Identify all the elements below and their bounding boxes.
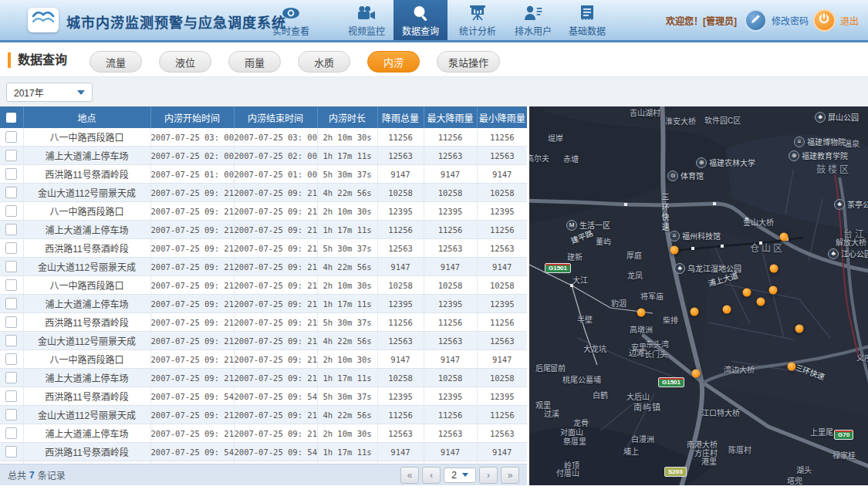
row-select-cell	[0, 202, 23, 221]
cell-value: 11256	[477, 221, 527, 239]
map-place-label: 义序跨	[856, 352, 868, 363]
prev-page-button[interactable]: ‹	[422, 467, 441, 484]
tab-water-quality[interactable]: 水质	[298, 51, 350, 73]
map-poi-label: 茶亭公园	[847, 198, 868, 210]
column-header: 内涝结束时间	[234, 106, 317, 128]
waterlogging-marker[interactable]	[795, 325, 804, 333]
year-select-value: 2017年	[14, 86, 44, 99]
cell-value: 12395	[377, 202, 424, 221]
table-row: 西洪路11号祭酒岭段2007-07-25 01: 002007-07-25 01…	[0, 165, 527, 184]
tab-pump[interactable]: 泵站操作	[437, 51, 500, 73]
cell-value: 9147	[477, 258, 527, 276]
tab-level[interactable]: 液位	[159, 51, 211, 73]
top-header-bar: 城市内涝监测预警与应急调度系统 实时查看视频监控数据查询统计分析排水用户基础数据…	[0, 0, 868, 42]
map-place-label: 桃尾	[562, 373, 578, 385]
cell-value: 2007-07-25 09: 21	[150, 239, 234, 258]
row-checkbox[interactable]	[5, 224, 17, 235]
nav-item-base-data[interactable]: 基础数据	[560, 0, 614, 40]
park-icon: ♣	[834, 199, 845, 210]
row-checkbox[interactable]	[5, 131, 17, 143]
cell-value: 12395	[377, 387, 424, 406]
waterlogging-marker[interactable]	[670, 246, 679, 255]
row-checkbox[interactable]	[5, 205, 17, 217]
waterlogging-marker[interactable]	[780, 233, 789, 241]
column-header: 内涝时长	[317, 106, 377, 128]
waterlogging-marker[interactable]	[770, 265, 778, 273]
cell-value: 2007-07-25 02: 00	[234, 147, 317, 165]
row-checkbox[interactable]	[5, 187, 17, 198]
nav-item-realtime[interactable]: 实时查看	[264, 0, 318, 40]
row-checkbox[interactable]	[5, 150, 17, 161]
tab-waterlogging[interactable]: 内涝	[367, 51, 420, 73]
year-select[interactable]: 2017年	[6, 83, 93, 102]
nav-item-label: 基础数据	[569, 24, 606, 37]
school-icon: ⊕	[696, 157, 707, 168]
waterlogging-marker[interactable]	[691, 308, 699, 316]
cell-value: 11256	[477, 128, 527, 147]
cell-value: 12563	[477, 424, 527, 443]
nav-item-stats[interactable]: 统计分析	[451, 0, 505, 40]
page-select-value: 2	[451, 470, 457, 481]
cell-value: 2h 10m 30s	[317, 424, 377, 443]
cell-value: 12563	[477, 239, 527, 258]
page-title: 数据查询	[8, 52, 67, 68]
cell-value: 12395	[424, 295, 477, 313]
row-checkbox[interactable]	[5, 261, 17, 272]
waterlogging-marker[interactable]	[637, 309, 646, 317]
cell-value: 5h 30m 37s	[317, 313, 377, 332]
nav-item-data-query[interactable]: 数据查询	[393, 0, 448, 40]
map-place-label: 后尾	[535, 362, 551, 373]
row-checkbox[interactable]	[5, 390, 17, 402]
map-poi-label: 江心公园	[841, 248, 868, 259]
row-checkbox[interactable]	[5, 372, 17, 383]
waterlogging-marker[interactable]	[788, 363, 796, 371]
nav-item-drain-users[interactable]: 排水用户	[506, 0, 560, 40]
map-place-label: 金山大桥	[743, 216, 774, 228]
tab-rain[interactable]: 雨量	[228, 51, 281, 73]
row-checkbox[interactable]	[5, 279, 17, 291]
last-page-button[interactable]: »	[501, 467, 519, 484]
select-all-checkbox[interactable]	[6, 113, 16, 123]
change-password-button[interactable]	[745, 9, 767, 32]
waterlogging-marker[interactable]	[757, 298, 765, 306]
cell-value: 4h 22m 56s	[317, 406, 377, 424]
nav-item-video[interactable]: 视频监控	[339, 0, 393, 40]
page-select[interactable]: 2	[444, 468, 476, 483]
tab-flow[interactable]: 流量	[90, 51, 142, 73]
row-checkbox[interactable]	[5, 409, 17, 420]
cell-value: 2007-07-25 01: 00	[234, 165, 317, 184]
row-checkbox[interactable]	[5, 353, 17, 365]
row-checkbox[interactable]	[5, 427, 17, 439]
waterlogging-marker[interactable]	[692, 370, 701, 378]
waterlogging-marker[interactable]	[769, 286, 778, 295]
row-checkbox[interactable]	[5, 335, 17, 346]
change-password-link[interactable]: 修改密码	[772, 14, 809, 27]
cell-value: 2007-07-25 09: 54	[150, 387, 234, 406]
logout-button[interactable]	[813, 9, 836, 32]
metro-icon: M	[566, 220, 577, 231]
cell-value: 2007-07-25 09: 21	[150, 276, 234, 295]
row-select-cell	[0, 258, 23, 276]
row-checkbox[interactable]	[5, 242, 17, 254]
row-checkbox[interactable]	[5, 316, 17, 328]
cell-value: 10258	[424, 276, 477, 295]
welcome-text: 欢迎您！[管理员]	[666, 14, 737, 27]
row-checkbox[interactable]	[5, 446, 17, 458]
cell-value: 12563	[477, 147, 527, 165]
first-page-button[interactable]: «	[400, 467, 419, 484]
cell-value: 4h 22m 56s	[317, 332, 377, 350]
waterlogging-marker[interactable]	[743, 289, 751, 297]
logout-link[interactable]: 退出	[840, 14, 859, 27]
map-poi-label: 福建农林大学	[709, 157, 755, 168]
column-header: 地点	[23, 106, 150, 128]
waterlogging-marker[interactable]	[723, 306, 731, 314]
map-panel[interactable]: 吉山湖村淮安大桥软件园C区♣屏山公园堤岸≡福建博物院温泉高尔夫赤塘⊕福建教育学院…	[529, 106, 868, 485]
cell-value: 2h 10m 30s	[317, 276, 377, 295]
cell-value: 11256	[377, 406, 424, 424]
row-checkbox[interactable]	[5, 298, 17, 309]
map-place-label: 董屿	[596, 235, 611, 247]
next-page-button[interactable]: ›	[479, 467, 498, 484]
cell-value: 2007-07-25 03: 00	[234, 128, 317, 147]
cell-value: 9147	[477, 350, 527, 369]
row-checkbox[interactable]	[5, 168, 17, 180]
